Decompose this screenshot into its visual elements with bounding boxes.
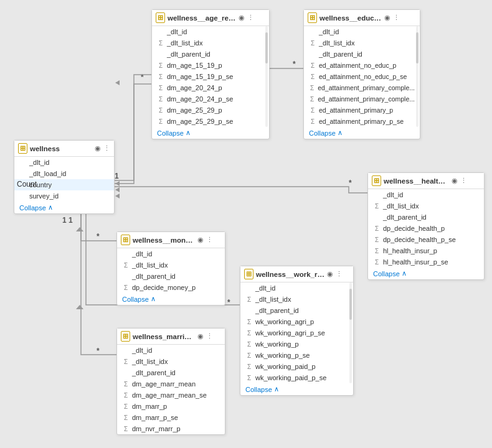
header-icons-edu[interactable]: ◉ ⋮ (384, 14, 400, 22)
scrollbar-thumb-edu[interactable] (416, 32, 419, 63)
more-icon-marriage[interactable]: ⋮ (206, 332, 213, 340)
col-money-list_idx: Σ _dlt_list_idx (117, 259, 225, 271)
table-icon-marriage: ⊞ (121, 331, 130, 342)
header-icons-marriage[interactable]: ◉ ⋮ (197, 332, 213, 340)
col-marr-mean_se: Σ dm_age_marr_mean_se (117, 390, 225, 401)
table-age-header[interactable]: ⊞ wellness__age_related ◉ ⋮ (152, 10, 269, 26)
col-age-dlt_id: _dlt_id (152, 26, 269, 37)
table-education: ⊞ wellness__education_... ◉ ⋮ _dlt_id Σ … (303, 9, 420, 139)
table-edu-title: wellness__education_... (319, 14, 382, 22)
eye-icon-wellness[interactable]: ◉ (95, 144, 101, 152)
col-work-agri_p_se: Σ wk_working_agri_p_se (240, 327, 353, 338)
more-icon-edu[interactable]: ⋮ (393, 14, 400, 22)
eye-icon-marriage[interactable]: ◉ (197, 332, 204, 340)
svg-text:*: * (349, 179, 352, 187)
table-health-title: wellness__health_relat... (384, 177, 449, 185)
col-work-agri_p: Σ wk_working_agri_p (240, 316, 353, 327)
col-work-paid_p_se: Σ wk_working_paid_p_se (240, 372, 353, 383)
svg-text:1: 1 (69, 216, 73, 225)
more-icon-money[interactable]: ⋮ (206, 236, 213, 244)
diagram-canvas: 1 * * 1 * 1 * * * ⊞ (0, 0, 492, 448)
more-icon-wellness[interactable]: ⋮ (103, 144, 110, 152)
collapse-health[interactable]: Collapse ∧ (368, 268, 484, 279)
header-icons-wellness[interactable]: ◉ ⋮ (95, 144, 110, 152)
col-age-dm20: Σ dm_age_20_24_p (152, 82, 269, 93)
col-marr-nvr: Σ dm_nvr_marr_p (117, 423, 225, 434)
col-age-dm15: Σ dm_age_15_19_p (152, 60, 269, 71)
table-money-header[interactable]: ⊞ wellness__money_rela... ◉ ⋮ (117, 232, 225, 248)
header-icons-money[interactable]: ◉ ⋮ (197, 236, 213, 244)
col-marr-p: Σ dm_marr_p (117, 401, 225, 412)
svg-text:*: * (227, 298, 230, 307)
col-money-decide: Σ dp_decide_money_p (117, 282, 225, 293)
col-marr-list_idx: Σ _dlt_list_idx (117, 356, 225, 367)
header-icons-health[interactable]: ◉ ⋮ (452, 177, 467, 185)
table-work-title: wellness__work_related (256, 271, 324, 278)
eye-icon-age[interactable]: ◉ (239, 14, 245, 22)
collapse-arrow-health: ∧ (402, 269, 407, 278)
svg-text:*: * (293, 60, 296, 68)
table-icon-work: ⊞ (244, 269, 253, 279)
col-health-decide_p_se: Σ dp_decide_health_p_se (368, 234, 484, 245)
scrollbar-thumb-work[interactable] (349, 289, 352, 320)
col-marr-mean: Σ dm_age_marr_mean (117, 378, 225, 390)
col-edu-no_educ_p_se: Σ ed_attainment_no_educ_p_se (304, 71, 420, 82)
collapse-work[interactable]: Collapse ∧ (240, 383, 353, 395)
table-icon-money: ⊞ (121, 235, 130, 245)
table-age-title: wellness__age_related (168, 14, 236, 22)
table-age-related: ⊞ wellness__age_related ◉ ⋮ _dlt_id Σ _d… (151, 9, 270, 139)
svg-text:1: 1 (115, 172, 119, 180)
col-age-dlt_parent_id: _dlt_parent_id (152, 49, 269, 60)
svg-marker-15 (115, 80, 120, 85)
col-work-dlt_id: _dlt_id (240, 282, 353, 294)
table-marriage-title: wellness_marriage_r... (133, 333, 195, 340)
col-edu-parent: _dlt_parent_id (304, 49, 420, 60)
table-wellness: ⊞ wellness ◉ ⋮ _dlt_id _dlt_load_id coun… (14, 140, 115, 214)
table-icon-wellness: ⊞ (18, 143, 27, 154)
table-work-header[interactable]: ⊞ wellness__work_related ◉ ⋮ (240, 266, 353, 282)
table-marriage: ⊞ wellness_marriage_r... ◉ ⋮ _dlt_id Σ _… (116, 328, 225, 435)
col-health-list_idx: Σ _dlt_list_idx (368, 200, 484, 212)
scrollbar-work[interactable] (349, 282, 352, 383)
table-marriage-header[interactable]: ⊞ wellness_marriage_r... ◉ ⋮ (117, 329, 225, 345)
collapse-edu[interactable]: Collapse ∧ (304, 127, 420, 139)
col-wellness-dlt_load_id: _dlt_load_id (14, 168, 114, 179)
svg-marker-19 (76, 227, 83, 231)
eye-icon-money[interactable]: ◉ (197, 236, 204, 244)
scrollbar-edu[interactable] (416, 26, 419, 127)
more-icon-health[interactable]: ⋮ (460, 177, 467, 185)
eye-icon-edu[interactable]: ◉ (384, 14, 390, 22)
eye-icon-work[interactable]: ◉ (327, 270, 333, 278)
table-icon-edu: ⊞ (308, 12, 317, 23)
col-edu-primary_p: Σ ed_attainment_primary_p (304, 105, 420, 116)
table-icon-health: ⊞ (372, 175, 381, 186)
svg-text:*: * (97, 232, 100, 241)
collapse-wellness[interactable]: Collapse ∧ (14, 202, 114, 213)
collapse-arrow-edu: ∧ (338, 129, 343, 137)
table-edu-header[interactable]: ⊞ wellness__education_... ◉ ⋮ (304, 10, 420, 26)
eye-icon-health[interactable]: ◉ (452, 177, 458, 185)
header-icons-work[interactable]: ◉ ⋮ (327, 270, 343, 278)
table-health-header[interactable]: ⊞ wellness__health_relat... ◉ ⋮ (368, 173, 484, 189)
collapse-age[interactable]: Collapse ∧ (152, 127, 269, 139)
table-money-title: wellness__money_rela... (133, 236, 195, 244)
col-work-wk_p: Σ wk_working_p (240, 338, 353, 350)
col-wellness-survey_id: survey_id (14, 190, 114, 202)
more-icon-age[interactable]: ⋮ (247, 14, 254, 22)
scrollbar-age[interactable] (265, 26, 268, 127)
svg-text:*: * (97, 347, 100, 355)
header-icons-age[interactable]: ◉ ⋮ (239, 14, 254, 22)
col-work-paid_p: Σ wk_working_paid_p (240, 361, 353, 372)
table-wellness-title: wellness (30, 145, 92, 152)
col-money-dlt_id: _dlt_id (117, 248, 225, 259)
svg-text:1: 1 (62, 216, 67, 225)
collapse-money[interactable]: Collapse ∧ (117, 293, 225, 305)
more-icon-work[interactable]: ⋮ (336, 270, 343, 278)
svg-marker-16 (115, 181, 120, 186)
svg-marker-20 (76, 305, 83, 309)
col-health-parent: _dlt_parent_id (368, 212, 484, 223)
col-age-dm25se: Σ dm_age_25_29_p_se (152, 116, 269, 127)
table-wellness-header[interactable]: ⊞ wellness ◉ ⋮ (14, 141, 114, 157)
scrollbar-thumb-age[interactable] (265, 32, 268, 63)
col-work-list_idx: Σ _dlt_list_idx (240, 294, 353, 305)
